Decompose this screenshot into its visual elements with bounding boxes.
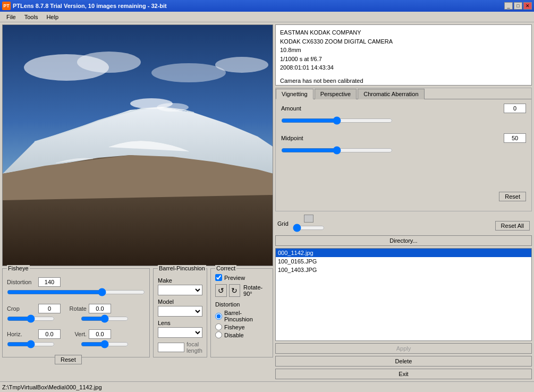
vert-input[interactable] bbox=[89, 329, 111, 339]
directory-button[interactable]: Directory... bbox=[275, 235, 532, 246]
grid-label: Grid bbox=[277, 220, 289, 227]
vert-slider[interactable] bbox=[81, 340, 129, 348]
file-item-2[interactable]: 100_1403.JPG bbox=[276, 266, 531, 274]
status-text: Z:\TmpVirtualBox\Media\000_1142.jpg bbox=[2, 384, 102, 390]
grid-checkbox[interactable] bbox=[304, 215, 313, 223]
vert-label: Vert. bbox=[63, 331, 87, 337]
rotate-label: Rotate bbox=[63, 305, 87, 312]
distortion-section-label: Distortion bbox=[215, 301, 268, 308]
midpoint-label: Midpoint bbox=[281, 135, 313, 141]
grid-slider[interactable] bbox=[293, 224, 325, 232]
correct-section: Correct Preview ↺ ↻ Rotate-90° Distortio… bbox=[210, 268, 273, 357]
model-dropdown[interactable] bbox=[158, 306, 202, 317]
apply-button[interactable]: Apply bbox=[275, 343, 532, 354]
focal-length-input[interactable] bbox=[158, 343, 184, 352]
file-item-1[interactable]: 100_0165.JPG bbox=[276, 257, 531, 266]
menu-file[interactable]: File bbox=[2, 13, 20, 21]
grid-row: Grid Reset All bbox=[275, 214, 532, 233]
svg-point-3 bbox=[151, 63, 226, 82]
exit-button[interactable]: Exit bbox=[275, 369, 532, 379]
distortion-label: Distortion bbox=[7, 279, 36, 285]
svg-point-2 bbox=[77, 52, 141, 73]
disable-radio-label: Disable bbox=[224, 332, 244, 338]
distortion-input[interactable] bbox=[38, 277, 61, 287]
make-label: Make bbox=[158, 277, 202, 284]
info-line3: 10.8mm bbox=[280, 46, 527, 55]
title-text: PTLens 8.7.8 Trial Version, 10 images re… bbox=[13, 3, 167, 9]
horiz-slider[interactable] bbox=[7, 340, 55, 348]
info-line4: 1/1000 s at f/6.7 bbox=[280, 55, 527, 64]
rotate-cw-button[interactable]: ↻ bbox=[229, 284, 241, 297]
make-dropdown[interactable] bbox=[158, 285, 202, 295]
horiz-input[interactable] bbox=[38, 329, 61, 339]
tab-perspective[interactable]: Perspective bbox=[315, 89, 357, 99]
info-line1: EASTMAN KODAK COMPANY bbox=[280, 28, 527, 37]
midpoint-slider[interactable] bbox=[281, 146, 393, 155]
menu-help[interactable]: Help bbox=[42, 13, 63, 21]
fisheye-title: Fisheye bbox=[7, 265, 30, 271]
action-buttons: Apply Delete Exit bbox=[275, 343, 532, 379]
image-panel: Fisheye Distortion Crop Rotate bbox=[2, 24, 273, 379]
crop-label: Crop bbox=[7, 305, 36, 312]
file-list: 000_1142.jpg 100_0165.JPG 100_1403.JPG bbox=[275, 248, 532, 341]
file-item-0[interactable]: 000_1142.jpg bbox=[276, 249, 531, 257]
close-button[interactable]: ✕ bbox=[523, 2, 532, 10]
fisheye-reset-button[interactable]: Reset bbox=[55, 355, 82, 364]
menu-bar: File Tools Help bbox=[0, 12, 534, 22]
minimize-button[interactable]: _ bbox=[504, 2, 513, 10]
rotate-ccw-button[interactable]: ↺ bbox=[215, 284, 227, 297]
reset-all-button[interactable]: Reset All bbox=[495, 221, 530, 231]
barrel-pincushion-radio-label: Barrel-Pincushion bbox=[224, 310, 268, 322]
bottom-controls: Fisheye Distortion Crop Rotate bbox=[2, 268, 273, 357]
fisheye-radio[interactable] bbox=[215, 323, 222, 330]
tabs-panel: Vignetting Perspective Chromatic Aberrat… bbox=[275, 88, 532, 211]
preview-label: Preview bbox=[224, 275, 245, 281]
midpoint-input[interactable] bbox=[504, 133, 526, 143]
vignetting-reset-button[interactable]: Reset bbox=[499, 192, 526, 201]
fisheye-radio-label: Fisheye bbox=[224, 324, 245, 330]
title-bar: PT PTLens 8.7.8 Trial Version, 10 images… bbox=[0, 0, 534, 12]
menu-tools[interactable]: Tools bbox=[20, 13, 43, 21]
tab-chromatic[interactable]: Chromatic Aberration bbox=[358, 89, 424, 99]
svg-point-4 bbox=[215, 57, 268, 73]
info-line7: Camera has not been calibrated bbox=[280, 76, 527, 86]
image-info-panel: EASTMAN KODAK COMPANY KODAK CX6330 ZOOM … bbox=[275, 24, 532, 86]
crop-slider[interactable] bbox=[7, 314, 55, 323]
lens-label: Lens bbox=[158, 320, 202, 326]
info-line5: 2008:01:01 14:43:34 bbox=[280, 63, 527, 72]
lens-dropdown[interactable] bbox=[158, 327, 202, 338]
preview-checkbox[interactable] bbox=[215, 274, 222, 281]
svg-point-6 bbox=[157, 103, 189, 112]
distortion-slider[interactable] bbox=[7, 288, 145, 296]
barrel-title: Barrel-Pincushion bbox=[158, 265, 206, 271]
app-icon: PT bbox=[2, 2, 11, 10]
preview-image bbox=[2, 24, 273, 266]
maximize-button[interactable]: □ bbox=[514, 2, 522, 10]
correct-title: Correct bbox=[215, 265, 236, 271]
crop-input[interactable] bbox=[38, 304, 61, 313]
horiz-label: Horiz. bbox=[7, 331, 36, 337]
amount-input[interactable] bbox=[504, 104, 526, 113]
delete-button[interactable]: Delete bbox=[275, 356, 532, 367]
right-panel: EASTMAN KODAK COMPANY KODAK CX6330 ZOOM … bbox=[275, 24, 532, 379]
amount-label: Amount bbox=[281, 105, 313, 112]
tab-vignetting[interactable]: Vignetting bbox=[276, 89, 313, 99]
tab-content-vignetting: Amount Midpoint Reset bbox=[276, 99, 531, 211]
fisheye-section: Fisheye Distortion Crop Rotate bbox=[2, 268, 150, 357]
rotate-slider[interactable] bbox=[81, 314, 129, 323]
main-content: Fisheye Distortion Crop Rotate bbox=[0, 22, 534, 381]
model-label: Model bbox=[158, 299, 202, 305]
disable-radio[interactable] bbox=[215, 331, 222, 338]
info-line2: KODAK CX6330 ZOOM DIGITAL CAMERA bbox=[280, 37, 527, 46]
amount-slider[interactable] bbox=[281, 116, 393, 125]
rotate-input[interactable] bbox=[89, 304, 111, 313]
barrel-section: Barrel-Pincushion Make Model bbox=[153, 268, 207, 357]
focal-length-label: focal length bbox=[187, 341, 202, 354]
rotate-label: Rotate-90° bbox=[243, 284, 268, 297]
tab-header: Vignetting Perspective Chromatic Aberrat… bbox=[276, 88, 531, 99]
barrel-pincushion-radio[interactable] bbox=[215, 313, 222, 320]
status-bar: Z:\TmpVirtualBox\Media\000_1142.jpg bbox=[0, 381, 534, 392]
